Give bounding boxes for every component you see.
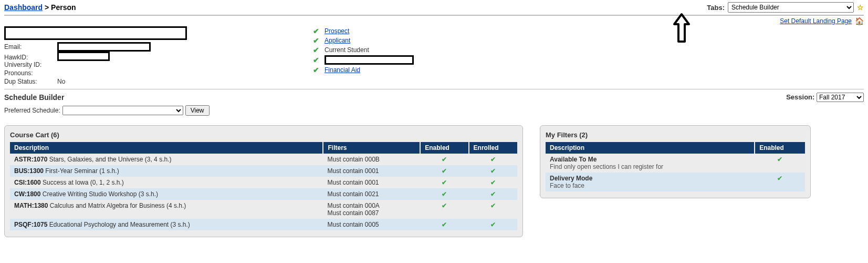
enabled-check-icon: ✔ [420,200,468,219]
col-enabled: Enabled [420,142,468,154]
check-icon: ✔ [313,56,319,64]
filter-sub: Face to face [550,182,750,189]
schedule-builder-header: Schedule Builder Session: Fall 2017 [4,93,864,102]
label-email: Email: [4,43,54,50]
status-column: ✔ Prospect ✔ Applicant ✔ Current Student… [313,26,414,86]
course-code: PSQF:1075 [14,221,47,228]
enabled-check-icon: ✔ [420,177,468,188]
filter-name: Delivery Mode [550,175,750,182]
course-description: CW:1800 Creative Writing Studio Workshop… [10,188,323,200]
divider [4,89,864,89]
enabled-check-icon: ✔ [420,154,468,165]
table-row[interactable]: PSQF:1075 Educational Psychology and Mea… [10,219,517,230]
enrolled-check-icon: ✔ [469,200,517,219]
enabled-check-icon: ✔ [420,165,468,177]
course-cart-title: Course Cart (6) [10,131,517,139]
course-code: BUS:1300 [14,167,44,175]
preferred-schedule-label: Preferred Schedule: [4,107,60,114]
divider [4,15,864,16]
session-area: Session: Fall 2017 [786,93,864,102]
enabled-check-icon: ✔ [755,173,805,191]
panels: Course Cart (6) Description Filters Enab… [4,125,864,237]
preferred-schedule-row: Preferred Schedule: View [4,105,864,116]
course-description: ASTR:1070 Stars, Galaxies, and the Unive… [10,154,323,165]
status-applicant-link[interactable]: Applicant [325,37,350,44]
tabs-select[interactable]: Schedule Builder [728,2,854,13]
filter-sub: Find only open sections I can register f… [550,163,750,170]
check-icon: ✔ [313,36,319,45]
status-redacted [325,55,414,65]
col-enrolled: Enrolled [469,142,517,154]
breadcrumb-current: Person [51,3,76,12]
course-filters: Must contain 000B [323,154,420,165]
dupstatus-value: No [57,78,65,85]
filter-description: Delivery ModeFace to face [546,173,755,191]
status-financial-aid-link[interactable]: Financial Aid [325,66,360,74]
check-icon: ✔ [313,27,319,35]
breadcrumb: Dashboard > Person [4,3,76,12]
enrolled-check-icon: ✔ [469,219,517,230]
person-name-redacted [4,26,187,40]
enrolled-check-icon: ✔ [469,177,517,188]
enabled-check-icon: ✔ [755,154,805,173]
label-pronouns: Pronouns: [4,69,54,77]
course-code: CSI:1600 [14,179,41,186]
table-row[interactable]: Delivery ModeFace to face✔ [546,173,805,191]
check-icon: ✔ [313,66,319,74]
my-filters-table: Description Enabled Available To MeFind … [546,142,805,191]
course-filters: Must contain 0001 [323,177,420,188]
course-code: ASTR:1070 [14,156,47,163]
status-prospect-link[interactable]: Prospect [325,27,349,35]
course-cart-panel: Course Cart (6) Description Filters Enab… [4,125,523,237]
landing-row: Set Default Landing Page 🏠 [4,17,864,25]
enabled-check-icon: ✔ [420,188,468,200]
col-enabled: Enabled [755,142,805,154]
enrolled-check-icon: ✔ [469,165,517,177]
hawkid-redacted [57,52,110,61]
preferred-schedule-select[interactable] [62,106,183,115]
label-hawkid: HawkID: [4,54,54,61]
col-description: Description [10,142,323,154]
course-filters: Must contain 0021 [323,188,420,200]
enrolled-check-icon: ✔ [469,154,517,165]
course-cart-table: Description Filters Enabled Enrolled AST… [10,142,517,230]
person-info: Email: HawkID: University ID: Pronouns: … [4,26,864,86]
table-row[interactable]: Available To MeFind only open sections I… [546,154,805,173]
course-code: CW:1800 [14,190,40,198]
course-description: BUS:1300 First-Year Seminar (1 s.h.) [10,165,323,177]
course-description: CSI:1600 Success at Iowa (0, 1, 2 s.h.) [10,177,323,188]
course-filters: Must contain 0005 [323,219,420,230]
my-filters-title: My Filters (2) [546,131,805,139]
table-row[interactable]: CW:1800 Creative Writing Studio Workshop… [10,188,517,200]
course-code: MATH:1380 [14,202,48,209]
info-column: Email: HawkID: University ID: Pronouns: … [4,26,187,86]
course-description: MATH:1380 Calculus and Matrix Algebra fo… [10,200,323,219]
table-row[interactable]: CSI:1600 Success at Iowa (0, 1, 2 s.h.)M… [10,177,517,188]
table-row[interactable]: ASTR:1070 Stars, Galaxies, and the Unive… [10,154,517,165]
session-select[interactable]: Fall 2017 [817,93,864,102]
filter-description: Available To MeFind only open sections I… [546,154,755,173]
course-filters: Must contain 000AMust contain 0087 [323,200,420,219]
table-row[interactable]: BUS:1300 First-Year Seminar (1 s.h.)Must… [10,165,517,177]
col-filters: Filters [323,142,420,154]
enrolled-check-icon: ✔ [469,188,517,200]
view-button[interactable]: View [185,105,210,116]
table-row[interactable]: MATH:1380 Calculus and Matrix Algebra fo… [10,200,517,219]
favorite-star-icon[interactable]: ☆ [857,3,864,12]
course-description: PSQF:1075 Educational Psychology and Mea… [10,219,323,230]
tabs-label: Tabs: [707,4,725,12]
set-default-landing-page-link[interactable]: Set Default Landing Page [780,17,852,25]
check-icon: ✔ [313,46,319,54]
breadcrumb-dashboard-link[interactable]: Dashboard [4,3,43,12]
top-row: Dashboard > Person Tabs: Schedule Builde… [4,2,864,13]
schedule-builder-title: Schedule Builder [4,93,64,102]
col-description: Description [546,142,755,154]
label-univid: University ID: [4,61,54,68]
session-label: Session: [786,93,814,101]
email-redacted [57,42,151,52]
breadcrumb-sep: > [45,3,49,12]
annotation-arrow-icon [671,13,692,44]
status-current-student: Current Student [325,46,369,54]
home-icon: 🏠 [855,17,864,25]
course-filters: Must contain 0001 [323,165,420,177]
